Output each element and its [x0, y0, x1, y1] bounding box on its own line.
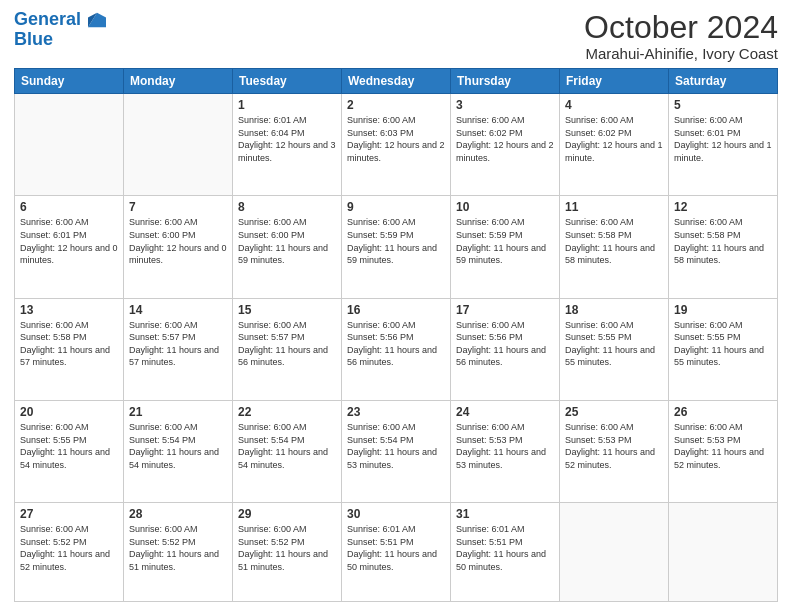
- calendar-cell: 19Sunrise: 6:00 AMSunset: 5:55 PMDayligh…: [669, 298, 778, 400]
- day-number: 20: [20, 405, 118, 419]
- day-number: 26: [674, 405, 772, 419]
- day-number: 21: [129, 405, 227, 419]
- day-number: 19: [674, 303, 772, 317]
- calendar-cell: 28Sunrise: 6:00 AMSunset: 5:52 PMDayligh…: [124, 503, 233, 602]
- day-info: Sunrise: 6:00 AMSunset: 5:58 PMDaylight:…: [674, 216, 772, 266]
- day-number: 6: [20, 200, 118, 214]
- calendar-cell: 1Sunrise: 6:01 AMSunset: 6:04 PMDaylight…: [233, 94, 342, 196]
- title-block: October 2024 Marahui-Ahinifie, Ivory Coa…: [584, 10, 778, 62]
- day-number: 17: [456, 303, 554, 317]
- day-number: 14: [129, 303, 227, 317]
- page: General Blue October 2024 Marahui-Ahinif…: [0, 0, 792, 612]
- calendar-week-1: 1Sunrise: 6:01 AMSunset: 6:04 PMDaylight…: [15, 94, 778, 196]
- day-info: Sunrise: 6:00 AMSunset: 6:01 PMDaylight:…: [20, 216, 118, 266]
- calendar-cell: 26Sunrise: 6:00 AMSunset: 5:53 PMDayligh…: [669, 400, 778, 502]
- calendar-table: SundayMondayTuesdayWednesdayThursdayFrid…: [14, 68, 778, 602]
- day-info: Sunrise: 6:00 AMSunset: 5:52 PMDaylight:…: [20, 523, 118, 573]
- day-info: Sunrise: 6:00 AMSunset: 5:55 PMDaylight:…: [20, 421, 118, 471]
- day-number: 24: [456, 405, 554, 419]
- logo-general: General: [14, 9, 81, 29]
- day-info: Sunrise: 6:00 AMSunset: 5:56 PMDaylight:…: [347, 319, 445, 369]
- weekday-header-sunday: Sunday: [15, 69, 124, 94]
- day-number: 8: [238, 200, 336, 214]
- day-number: 18: [565, 303, 663, 317]
- calendar-cell: 12Sunrise: 6:00 AMSunset: 5:58 PMDayligh…: [669, 196, 778, 298]
- day-info: Sunrise: 6:00 AMSunset: 5:52 PMDaylight:…: [238, 523, 336, 573]
- logo: General Blue: [14, 10, 106, 50]
- calendar-body: 1Sunrise: 6:01 AMSunset: 6:04 PMDaylight…: [15, 94, 778, 602]
- day-number: 25: [565, 405, 663, 419]
- calendar-cell: [560, 503, 669, 602]
- day-number: 5: [674, 98, 772, 112]
- header: General Blue October 2024 Marahui-Ahinif…: [14, 10, 778, 62]
- calendar-cell: 23Sunrise: 6:00 AMSunset: 5:54 PMDayligh…: [342, 400, 451, 502]
- calendar-cell: 20Sunrise: 6:00 AMSunset: 5:55 PMDayligh…: [15, 400, 124, 502]
- day-number: 15: [238, 303, 336, 317]
- calendar-cell: [15, 94, 124, 196]
- day-info: Sunrise: 6:00 AMSunset: 5:59 PMDaylight:…: [456, 216, 554, 266]
- day-info: Sunrise: 6:00 AMSunset: 5:57 PMDaylight:…: [238, 319, 336, 369]
- calendar-cell: 25Sunrise: 6:00 AMSunset: 5:53 PMDayligh…: [560, 400, 669, 502]
- calendar-cell: 16Sunrise: 6:00 AMSunset: 5:56 PMDayligh…: [342, 298, 451, 400]
- day-number: 10: [456, 200, 554, 214]
- calendar-cell: 15Sunrise: 6:00 AMSunset: 5:57 PMDayligh…: [233, 298, 342, 400]
- calendar-subtitle: Marahui-Ahinifie, Ivory Coast: [584, 45, 778, 62]
- day-info: Sunrise: 6:00 AMSunset: 5:55 PMDaylight:…: [565, 319, 663, 369]
- day-info: Sunrise: 6:00 AMSunset: 5:53 PMDaylight:…: [456, 421, 554, 471]
- day-info: Sunrise: 6:00 AMSunset: 6:00 PMDaylight:…: [238, 216, 336, 266]
- calendar-cell: 4Sunrise: 6:00 AMSunset: 6:02 PMDaylight…: [560, 94, 669, 196]
- weekday-header-tuesday: Tuesday: [233, 69, 342, 94]
- calendar-cell: 5Sunrise: 6:00 AMSunset: 6:01 PMDaylight…: [669, 94, 778, 196]
- weekday-header-monday: Monday: [124, 69, 233, 94]
- day-number: 11: [565, 200, 663, 214]
- calendar-cell: 9Sunrise: 6:00 AMSunset: 5:59 PMDaylight…: [342, 196, 451, 298]
- calendar-cell: 27Sunrise: 6:00 AMSunset: 5:52 PMDayligh…: [15, 503, 124, 602]
- calendar-cell: 6Sunrise: 6:00 AMSunset: 6:01 PMDaylight…: [15, 196, 124, 298]
- calendar-header-row: SundayMondayTuesdayWednesdayThursdayFrid…: [15, 69, 778, 94]
- day-info: Sunrise: 6:00 AMSunset: 5:58 PMDaylight:…: [565, 216, 663, 266]
- day-info: Sunrise: 6:00 AMSunset: 6:01 PMDaylight:…: [674, 114, 772, 164]
- day-number: 23: [347, 405, 445, 419]
- day-info: Sunrise: 6:00 AMSunset: 5:59 PMDaylight:…: [347, 216, 445, 266]
- day-number: 4: [565, 98, 663, 112]
- calendar-cell: 13Sunrise: 6:00 AMSunset: 5:58 PMDayligh…: [15, 298, 124, 400]
- day-number: 9: [347, 200, 445, 214]
- day-number: 27: [20, 507, 118, 521]
- day-info: Sunrise: 6:00 AMSunset: 5:54 PMDaylight:…: [238, 421, 336, 471]
- day-number: 22: [238, 405, 336, 419]
- day-number: 31: [456, 507, 554, 521]
- day-number: 1: [238, 98, 336, 112]
- weekday-header-friday: Friday: [560, 69, 669, 94]
- calendar-title: October 2024: [584, 10, 778, 45]
- calendar-week-3: 13Sunrise: 6:00 AMSunset: 5:58 PMDayligh…: [15, 298, 778, 400]
- calendar-cell: 2Sunrise: 6:00 AMSunset: 6:03 PMDaylight…: [342, 94, 451, 196]
- day-number: 13: [20, 303, 118, 317]
- day-number: 28: [129, 507, 227, 521]
- calendar-cell: 21Sunrise: 6:00 AMSunset: 5:54 PMDayligh…: [124, 400, 233, 502]
- day-info: Sunrise: 6:00 AMSunset: 6:02 PMDaylight:…: [456, 114, 554, 164]
- day-info: Sunrise: 6:00 AMSunset: 5:58 PMDaylight:…: [20, 319, 118, 369]
- calendar-cell: 7Sunrise: 6:00 AMSunset: 6:00 PMDaylight…: [124, 196, 233, 298]
- day-info: Sunrise: 6:00 AMSunset: 5:54 PMDaylight:…: [347, 421, 445, 471]
- day-number: 30: [347, 507, 445, 521]
- calendar-week-4: 20Sunrise: 6:00 AMSunset: 5:55 PMDayligh…: [15, 400, 778, 502]
- calendar-cell: 8Sunrise: 6:00 AMSunset: 6:00 PMDaylight…: [233, 196, 342, 298]
- day-info: Sunrise: 6:01 AMSunset: 5:51 PMDaylight:…: [347, 523, 445, 573]
- calendar-week-2: 6Sunrise: 6:00 AMSunset: 6:01 PMDaylight…: [15, 196, 778, 298]
- calendar-cell: 3Sunrise: 6:00 AMSunset: 6:02 PMDaylight…: [451, 94, 560, 196]
- weekday-header-wednesday: Wednesday: [342, 69, 451, 94]
- logo-blue: Blue: [14, 30, 106, 50]
- weekday-header-saturday: Saturday: [669, 69, 778, 94]
- day-info: Sunrise: 6:00 AMSunset: 6:00 PMDaylight:…: [129, 216, 227, 266]
- day-info: Sunrise: 6:01 AMSunset: 6:04 PMDaylight:…: [238, 114, 336, 164]
- calendar-cell: 31Sunrise: 6:01 AMSunset: 5:51 PMDayligh…: [451, 503, 560, 602]
- calendar-week-5: 27Sunrise: 6:00 AMSunset: 5:52 PMDayligh…: [15, 503, 778, 602]
- day-info: Sunrise: 6:00 AMSunset: 5:55 PMDaylight:…: [674, 319, 772, 369]
- calendar-cell: 10Sunrise: 6:00 AMSunset: 5:59 PMDayligh…: [451, 196, 560, 298]
- calendar-cell: [669, 503, 778, 602]
- calendar-cell: 30Sunrise: 6:01 AMSunset: 5:51 PMDayligh…: [342, 503, 451, 602]
- day-number: 12: [674, 200, 772, 214]
- calendar-cell: 29Sunrise: 6:00 AMSunset: 5:52 PMDayligh…: [233, 503, 342, 602]
- day-info: Sunrise: 6:00 AMSunset: 6:02 PMDaylight:…: [565, 114, 663, 164]
- day-info: Sunrise: 6:00 AMSunset: 5:56 PMDaylight:…: [456, 319, 554, 369]
